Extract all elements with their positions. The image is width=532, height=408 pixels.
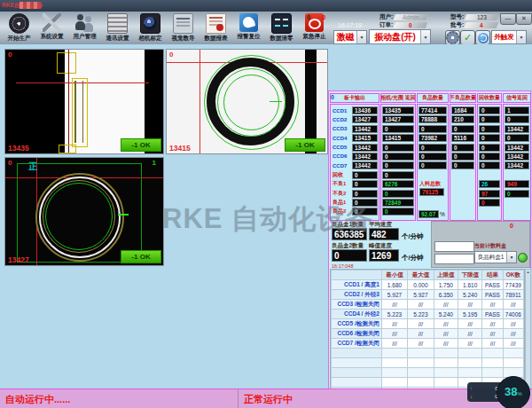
results-cell bbox=[434, 349, 458, 358]
current-box-value: 良品料盒1 bbox=[475, 252, 506, 263]
results-cell bbox=[408, 349, 434, 358]
stat-cell: 72849 bbox=[382, 199, 414, 207]
results-cell bbox=[434, 358, 458, 368]
toolbar-button-comm[interactable]: 通讯设置 bbox=[101, 12, 134, 43]
toolbar-button-film-reel[interactable]: 开始生产 bbox=[3, 12, 35, 43]
status-bar: 自动运行中...... 正常运行中 bbox=[0, 388, 532, 408]
stat-cell: 6276 bbox=[382, 180, 414, 188]
toolbar-button-label: 通讯设置 bbox=[106, 35, 129, 43]
camera-view-2[interactable]: 0 13415 -1 OK bbox=[166, 49, 328, 154]
alarm-reset-icon bbox=[239, 13, 258, 32]
excite-dropdown[interactable]: 激磁 ▼ bbox=[333, 30, 367, 44]
results-cell bbox=[381, 349, 407, 358]
stat-cell: 73982 bbox=[419, 134, 447, 142]
results-cell: 5.223 bbox=[408, 310, 434, 319]
stat-row-label: CCD7 bbox=[331, 163, 351, 169]
box2-count-value: 0 bbox=[332, 249, 367, 262]
stat-row: CCD713442 bbox=[331, 161, 379, 169]
panel-corner-count: 0 bbox=[510, 223, 513, 229]
yield-percent-row: 92.07 % bbox=[419, 210, 445, 218]
stat-cell: 26 bbox=[479, 180, 500, 188]
stats-col-signal: 101344201344213442134429490 bbox=[503, 104, 531, 221]
count-input-1[interactable] bbox=[434, 241, 474, 252]
stat-cell: 0 bbox=[382, 144, 414, 152]
close-button[interactable]: ✕ bbox=[516, 13, 532, 25]
vibrator-dropdown[interactable]: 振动盘(开) ▼ bbox=[369, 29, 431, 44]
camera-view-3[interactable]: 正 1 0 13427 -1 OK bbox=[4, 157, 164, 266]
stat-row: CCD413415 bbox=[331, 134, 379, 142]
percent-sign: % bbox=[440, 211, 445, 217]
chevron-down-icon[interactable]: ▼ bbox=[420, 30, 430, 43]
results-cell: /// bbox=[503, 339, 523, 349]
stats-col-recycle: 000000026970 bbox=[477, 104, 502, 221]
toolbar-button-vision[interactable]: 视觉教导 bbox=[167, 12, 200, 43]
stat-cell: 13442 bbox=[352, 144, 378, 152]
stat-cell: 1684 bbox=[451, 106, 474, 114]
stat-cell: 0 bbox=[505, 115, 529, 123]
stats-col-ng: 168421005116000 bbox=[450, 104, 476, 221]
toolbar-button-users[interactable]: 用户管理 bbox=[68, 12, 101, 43]
toolbar-button-report[interactable]: 数据报表 bbox=[200, 12, 232, 43]
results-header-cell bbox=[332, 271, 382, 280]
count-input-2[interactable] bbox=[434, 254, 474, 264]
results-cell: /// bbox=[408, 319, 434, 329]
toolbar-button-emergency-stop[interactable]: 紧急停止 bbox=[298, 12, 331, 43]
chevron-down-icon[interactable]: ▼ bbox=[506, 252, 516, 263]
stat-row: CCD513442 bbox=[331, 144, 379, 152]
cpu-usage-bubble[interactable]: 38 % bbox=[497, 376, 530, 408]
chevron-down-icon[interactable]: ▼ bbox=[356, 31, 366, 43]
scroll-up-icon[interactable]: ▲ bbox=[527, 270, 530, 275]
toolbar-button-camera[interactable]: 相机标定 bbox=[134, 12, 167, 43]
results-cell bbox=[332, 378, 382, 388]
results-header-row: 最小值最大值上限值下限值结果OK数 bbox=[332, 271, 524, 280]
check-icon: ✓ bbox=[464, 33, 472, 43]
results-row[interactable]: CCD1 / 高度11.6800.0001.7501.610PASS77439 bbox=[332, 280, 524, 290]
results-row[interactable]: CCD6 /检测关闭////////////////// bbox=[332, 329, 524, 339]
results-cell: /// bbox=[503, 319, 523, 329]
results-header-cell: 上限值 bbox=[434, 271, 458, 280]
stat-cell: 13442 bbox=[505, 161, 529, 169]
trigger-mode-dropdown[interactable]: 外触发 ▼ bbox=[491, 30, 527, 44]
current-box-label: 当前计数料盒 bbox=[474, 242, 506, 250]
toolbar-button-label: 紧急停止 bbox=[303, 33, 326, 41]
peak-speed-unit: 个/分钟 bbox=[402, 254, 424, 263]
stat-cell: 13415 bbox=[382, 134, 414, 142]
status-running-text: 自动运行中...... bbox=[5, 393, 70, 406]
confirm-button[interactable]: ✓ bbox=[460, 30, 475, 45]
stat-row-label: CCD4 bbox=[331, 136, 351, 141]
results-cell: PASS bbox=[482, 280, 503, 290]
stat-cell: 0 bbox=[382, 208, 414, 216]
settings-button[interactable] bbox=[445, 30, 460, 45]
camera-view-1[interactable]: 0 13435 -1 OK bbox=[4, 49, 164, 154]
network-button[interactable] bbox=[475, 30, 490, 45]
results-cell: /// bbox=[458, 339, 481, 349]
toolbar-button-alarm-reset[interactable]: 报警复位 bbox=[232, 12, 265, 43]
results-row[interactable]: CCD5 /检测关闭////////////////// bbox=[332, 319, 524, 329]
results-row[interactable]: CCD7 /检测关闭////////////////// bbox=[332, 339, 524, 349]
results-row[interactable]: CCD2 / 外径35.9275.9276.3505.240PASS78911 bbox=[332, 290, 524, 300]
title-logo-badge bbox=[20, 2, 41, 9]
results-cell: CCD7 /检测关闭 bbox=[332, 339, 382, 349]
results-row[interactable]: CCD3 /检测关闭////////////////// bbox=[332, 300, 524, 310]
current-box-dropdown[interactable]: 良品料盒1 ▼ bbox=[474, 251, 517, 263]
trigger-mode-value: 外触发 bbox=[492, 31, 516, 43]
chevron-down-icon[interactable]: ▼ bbox=[516, 31, 526, 43]
toolbar-button-calculator[interactable]: 数据清零 bbox=[265, 12, 298, 43]
results-cell: /// bbox=[458, 329, 481, 339]
results-cell: PASS bbox=[482, 310, 503, 319]
stat-cell: 0 bbox=[382, 125, 414, 133]
vibrator-dropdown-value: 振动盘(开) bbox=[370, 30, 420, 43]
stat-row: CCD113436 bbox=[331, 106, 379, 114]
results-row[interactable]: CCD4 / 外径25.2235.2235.2405.195PASS74006 bbox=[332, 310, 524, 319]
minimize-button[interactable]: — bbox=[500, 13, 516, 25]
camera3-corner-count: 0 bbox=[8, 159, 12, 167]
results-cell: /// bbox=[482, 300, 503, 310]
toolbar-button-tools[interactable]: 系统设置 bbox=[35, 12, 68, 43]
box-select-panel: 0 当前计数料盒 良品料盒1 ▼ bbox=[431, 221, 530, 268]
stat-row: 不良10 bbox=[331, 180, 379, 188]
stat-cell: 0 bbox=[419, 161, 447, 169]
results-row-empty bbox=[332, 358, 524, 368]
camera1-frame-count: 13435 bbox=[8, 144, 29, 153]
stat-cell: 0 bbox=[352, 199, 378, 207]
user-value: Admin bbox=[394, 14, 427, 20]
